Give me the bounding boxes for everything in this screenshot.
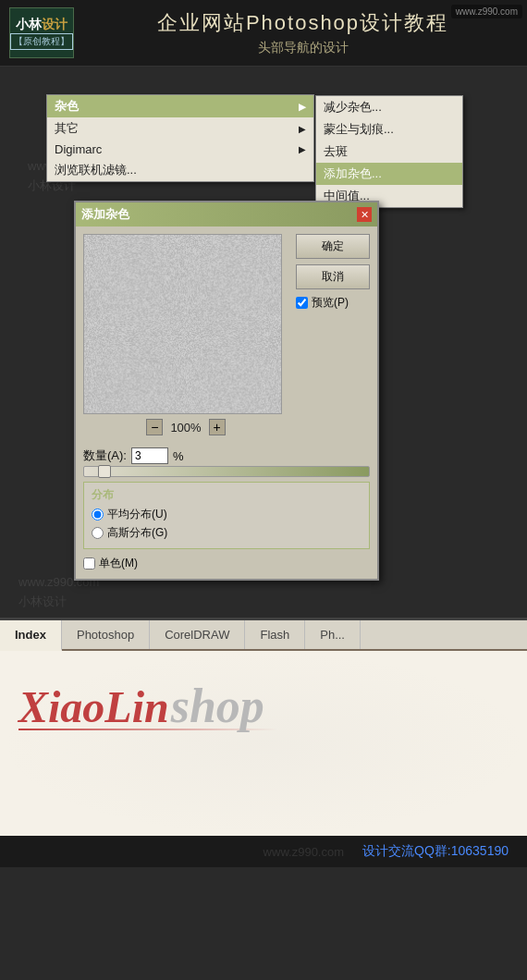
dialog-right-panel: 确定 取消 预览(P) xyxy=(296,234,370,435)
submenu-item-0[interactable]: 减少杂色... xyxy=(316,96,462,118)
dialog-body: − 100% + 确定 取消 预览(P) xyxy=(76,227,377,443)
arrow-icon: ▶ xyxy=(299,102,306,112)
ok-button[interactable]: 确定 xyxy=(296,234,370,259)
uniform-radio[interactable] xyxy=(92,508,104,521)
shop-title-shop: shop xyxy=(171,679,264,733)
add-noise-dialog: 添加杂色 ✕ − 100% + xyxy=(74,201,379,581)
cancel-button[interactable]: 取消 xyxy=(296,264,370,289)
slider-row xyxy=(76,466,377,482)
menu-item-digimarc[interactable]: Digimarc ▶ xyxy=(47,140,313,159)
preview-label: 预览(P) xyxy=(312,295,349,311)
website-badge: www.z990.com xyxy=(451,5,522,18)
submenu-item-3[interactable]: 添加杂色... xyxy=(316,163,462,185)
menu-item-browse[interactable]: 浏览联机滤镜... xyxy=(47,159,313,181)
distribution-section: 分布 平均分布(U) 高斯分布(G) xyxy=(83,482,370,549)
uniform-label: 平均分布(U) xyxy=(107,507,167,522)
nav-section: www.z990.com 小林设计 Index Photoshop CorelD… xyxy=(0,618,527,836)
tab-ph[interactable]: Ph... xyxy=(305,620,361,649)
dialog-titlebar: 添加杂色 ✕ xyxy=(76,202,377,227)
zoom-out-button[interactable]: − xyxy=(146,419,163,435)
footer-qq: 设计交流QQ群:10635190 xyxy=(362,843,509,860)
amount-unit: % xyxy=(173,449,184,463)
logo: 小林设计 【原创教程】 xyxy=(9,7,74,58)
distribution-label: 分布 xyxy=(92,487,362,503)
amount-slider-thumb[interactable] xyxy=(98,465,111,478)
menu-item-noise[interactable]: 杂色 ▶ xyxy=(47,95,313,117)
tab-coreldraw[interactable]: CorelDRAW xyxy=(150,620,245,649)
header: 小林设计 【原创教程】 企业网站Photoshop设计教程 头部导航的设计 ww… xyxy=(0,0,527,67)
monochrome-checkbox[interactable] xyxy=(83,557,95,570)
submenu-item-2[interactable]: 去斑 xyxy=(316,141,462,163)
title-sub: 头部导航的设计 xyxy=(88,40,518,56)
tab-photoshop[interactable]: Photoshop xyxy=(62,620,150,649)
tab-index[interactable]: Index xyxy=(0,620,62,651)
preview-canvas xyxy=(83,234,282,414)
ps-submenu: 减少杂色... 蒙尘与划痕... 去斑 添加杂色... 中间值... xyxy=(315,95,463,208)
shop-display: XiaoLin shop xyxy=(0,651,527,836)
footer: www.z990.com 设计交流QQ群:10635190 xyxy=(0,836,527,867)
uniform-radio-row: 平均分布(U) xyxy=(92,507,362,522)
watermark-footer-1: www.z990.com xyxy=(264,845,344,859)
preview-checkbox-row: 预览(P) xyxy=(296,295,370,311)
zoom-in-button[interactable]: + xyxy=(209,419,226,435)
logo-text: 小林设计 xyxy=(16,17,67,33)
ps-menu-container: 杂色 ▶ 其它 ▶ Digimarc ▶ 浏览联机滤镜... 减少杂色... 蒙… xyxy=(46,94,499,182)
gaussian-radio-row: 高斯分布(G) xyxy=(92,525,362,541)
noise-preview xyxy=(84,235,281,413)
monochrome-label: 单色(M) xyxy=(99,556,138,571)
amount-row: 数量(A): % xyxy=(76,443,377,466)
amount-label: 数量(A): xyxy=(83,447,127,464)
tab-flash[interactable]: Flash xyxy=(245,620,305,649)
zoom-level: 100% xyxy=(170,421,201,435)
dialog-preview: − 100% + xyxy=(83,234,288,435)
dialog-container: 添加杂色 ✕ − 100% + xyxy=(74,201,499,581)
arrow-icon: ▶ xyxy=(299,124,306,134)
shop-title-xiaolin: XiaoLin xyxy=(18,681,169,732)
nav-tabs: Index Photoshop CorelDRAW Flash Ph... xyxy=(0,620,527,651)
dialog-close-button[interactable]: ✕ xyxy=(357,207,372,222)
submenu-item-1[interactable]: 蒙尘与划痕... xyxy=(316,118,462,141)
watermark-4: 小林设计 xyxy=(18,594,67,610)
main-content: www.z990.com 小林设计 杂色 ▶ 其它 ▶ Digimarc ▶ 浏… xyxy=(0,67,527,599)
gaussian-label: 高斯分布(G) xyxy=(107,525,167,541)
zoom-controls: − 100% + xyxy=(83,419,288,435)
arrow-icon: ▶ xyxy=(299,144,306,154)
shop-title: XiaoLin shop xyxy=(18,679,509,733)
ps-menu: 杂色 ▶ 其它 ▶ Digimarc ▶ 浏览联机滤镜... 减少杂色... 蒙… xyxy=(46,94,314,182)
preview-checkbox[interactable] xyxy=(296,297,308,309)
amount-slider-track[interactable] xyxy=(83,466,370,477)
dialog-title: 添加杂色 xyxy=(81,206,129,223)
gaussian-radio[interactable] xyxy=(92,527,104,539)
monochrome-row: 单色(M) xyxy=(76,554,377,579)
amount-input[interactable] xyxy=(131,447,168,464)
menu-item-other[interactable]: 其它 ▶ xyxy=(47,117,313,140)
logo-subtitle: 【原创教程】 xyxy=(10,33,73,50)
